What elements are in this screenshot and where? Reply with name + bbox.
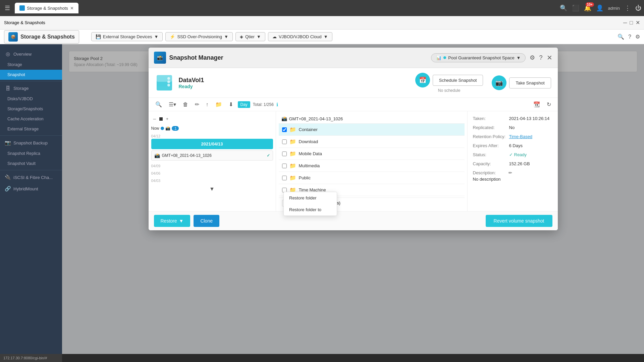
tab-close-icon[interactable]: ✕: [70, 6, 74, 11]
take-snapshot-circle[interactable]: 📷: [492, 75, 506, 90]
volume-status: Ready: [179, 84, 204, 89]
snap-share-btn[interactable]: ↑: [204, 100, 211, 109]
modal-title: Snapshot Manager: [169, 54, 223, 61]
sidebar-item-disks[interactable]: Disks/VJBOD: [0, 94, 62, 104]
sidebar-item-storage-snap[interactable]: Storage/Snapshots: [0, 104, 62, 114]
restore-btn[interactable]: Restore ▼: [154, 215, 191, 227]
max-icon[interactable]: □: [630, 20, 633, 26]
sidebar-item-storage-sub[interactable]: Storage: [0, 60, 62, 70]
sidebar-label-snapshot-backup: Snapshot Backup: [13, 140, 48, 145]
folder-row-public[interactable]: 📁 Public: [279, 172, 465, 184]
sidebar-item-hybridmount[interactable]: 🔗 HybridMount: [0, 183, 62, 194]
day-view-btn[interactable]: Day: [238, 101, 250, 108]
now-dot: [161, 127, 164, 130]
timeline-minus-btn[interactable]: ─: [151, 115, 158, 123]
modal-close-btn[interactable]: ✕: [547, 54, 552, 62]
snap-tool-right: 📆 ↻: [531, 100, 553, 109]
taken-value: 2021-04-13 10:26:14: [509, 116, 550, 121]
qtier-btn[interactable]: ◈ Qtier ▼: [235, 32, 265, 41]
timeline-down-chevron[interactable]: ▼: [209, 186, 215, 192]
take-snapshot-btn[interactable]: Take Snapshot: [509, 77, 551, 88]
retention-value[interactable]: Time-Based: [509, 134, 533, 139]
sidebar-item-cache[interactable]: Cache Acceleration: [0, 114, 62, 124]
folder-row-download[interactable]: 📁 Download: [279, 136, 465, 148]
stack-icon[interactable]: ⬛: [572, 4, 579, 12]
snapshot-file-label: GMT+08_2021-04-13_1026: [162, 153, 212, 158]
folder-checkbox-download[interactable]: [282, 139, 287, 144]
status-value: ✓ Ready: [509, 152, 527, 157]
pool-guaranteed-btn[interactable]: 📊 Pool Guaranteed Snapshot Space ▼: [431, 53, 526, 62]
user-label[interactable]: admin: [608, 6, 620, 11]
replicated-label: Replicated:: [473, 125, 506, 130]
toolbar-help-icon[interactable]: ?: [628, 34, 631, 40]
sidebar-item-storage[interactable]: 🗄 Storage: [0, 83, 62, 94]
sidebar: ◎ Overview Storage Snapshot 🗄 Storage Di…: [0, 44, 62, 362]
toolbar-search-icon[interactable]: 🔍: [618, 34, 624, 40]
context-restore-folder-to[interactable]: Restore folder to: [284, 204, 337, 216]
snap-download-btn[interactable]: ⬇: [227, 100, 235, 109]
snap-folder-btn[interactable]: 📁: [213, 100, 224, 109]
description-edit-icon[interactable]: ✏: [508, 170, 512, 175]
snapshot-date-entry[interactable]: 2021/04/13: [151, 139, 273, 149]
ssd-btn[interactable]: ⚡ SSD Over-Provisioning ▼: [165, 32, 233, 41]
notification-area[interactable]: 🔔 10+: [584, 4, 591, 12]
snap-refresh-btn[interactable]: ↻: [545, 100, 553, 109]
user-icon[interactable]: 👤: [596, 4, 603, 12]
sidebar-item-external[interactable]: External Storage: [0, 124, 62, 134]
snap-list-btn[interactable]: ☰▾: [167, 100, 178, 109]
folder-row-multimedia[interactable]: 📁 Multimedia: [279, 160, 465, 172]
folder-checkbox-public[interactable]: [282, 176, 287, 180]
taken-label: Taken:: [473, 116, 506, 121]
sidebar-item-vault[interactable]: Snapshot Vault: [0, 159, 62, 169]
sidebar-item-iscsi[interactable]: 🔌 iSCSI & Fibre Cha...: [0, 172, 62, 183]
folder-checkbox-container[interactable]: [282, 127, 287, 132]
snap-delete-btn[interactable]: 🗑: [181, 100, 190, 109]
clone-btn[interactable]: Clone: [194, 215, 219, 227]
modal-settings-icon[interactable]: ⚙: [530, 54, 535, 61]
browser-chrome: ☰ Storage & Snapshots ✕ 🔍 ⬛ 🔔 10+ 👤 admi…: [0, 0, 644, 16]
timeline-plus-btn[interactable]: +: [164, 115, 170, 123]
volume-icon-svg: [155, 74, 173, 92]
sidebar-item-overview[interactable]: ◎ Overview: [0, 48, 62, 60]
toolbar-settings-icon[interactable]: ⚙: [635, 34, 640, 40]
sidebar-item-snapshot-backup[interactable]: 📷 Snapshot Backup: [0, 137, 62, 148]
date-sep-2: 04/09: [151, 161, 273, 169]
context-restore-folder[interactable]: Restore folder: [284, 192, 337, 204]
main-panel: Storage Pool 2 Space Allocation (Total: …: [62, 44, 644, 362]
snap-calendar-btn[interactable]: 📆: [531, 100, 542, 109]
notification-badge: 10+: [586, 2, 594, 7]
modal-help-icon[interactable]: ?: [539, 54, 542, 61]
schedule-snapshot-btn[interactable]: Schedule Snapshot: [433, 75, 483, 86]
date-sep-3: 04/06: [151, 169, 273, 176]
snapshot-file-entry[interactable]: 📸 GMT+08_2021-04-13_1026 ✓: [151, 150, 273, 161]
vjbod-btn[interactable]: ☁ VJBOD/VJBOD Cloud ▼: [268, 32, 332, 41]
snap-search-btn[interactable]: 🔍: [153, 100, 164, 109]
modal-header-right: 📊 Pool Guaranteed Snapshot Space ▼ ⚙ ? ✕: [431, 53, 552, 62]
overview-icon: ◎: [5, 51, 11, 57]
close-app-icon[interactable]: ✕: [636, 19, 640, 26]
snap-edit-btn[interactable]: ✏: [193, 100, 201, 109]
ext-storage-icon: 💾: [96, 34, 101, 39]
folder-checkbox-mobiledata[interactable]: [282, 152, 287, 156]
browser-tab[interactable]: Storage & Snapshots ✕: [15, 3, 78, 13]
sidebar-item-snapshot[interactable]: Snapshot: [0, 70, 62, 80]
details-panel: Taken: 2021-04-13 10:26:14 Replicated: N…: [467, 111, 558, 211]
modal-header: 📸 Snapshot Manager 📊 Pool Guaranteed Sna…: [149, 48, 558, 68]
logo-icon: 📦: [8, 32, 18, 42]
hamburger-icon[interactable]: ☰: [3, 2, 12, 14]
more-icon[interactable]: ⋮: [625, 4, 631, 12]
schedule-circle-btn[interactable]: 📅: [415, 73, 430, 87]
external-storage-btn[interactable]: 💾 External Storage Devices ▼: [91, 32, 163, 41]
folder-name-public: Public: [299, 175, 311, 180]
sidebar-label-storage: Storage: [13, 86, 29, 91]
folder-row-mobiledata[interactable]: 📁 Mobile Data: [279, 148, 465, 160]
power-icon[interactable]: ⏻: [635, 5, 641, 12]
revert-btn[interactable]: Revert volume snapshot: [486, 215, 552, 227]
toolbar-buttons: 💾 External Storage Devices ▼ ⚡ SSD Over-…: [91, 32, 332, 41]
folder-checkbox-multimedia[interactable]: [282, 164, 287, 168]
snap-count-badge: :1: [172, 126, 179, 131]
browser-search-icon[interactable]: 🔍: [560, 4, 567, 12]
min-icon[interactable]: ─: [623, 20, 627, 26]
folder-row-container[interactable]: 📁 Container: [279, 124, 465, 136]
sidebar-item-replica[interactable]: Snapshot Replica: [0, 148, 62, 159]
